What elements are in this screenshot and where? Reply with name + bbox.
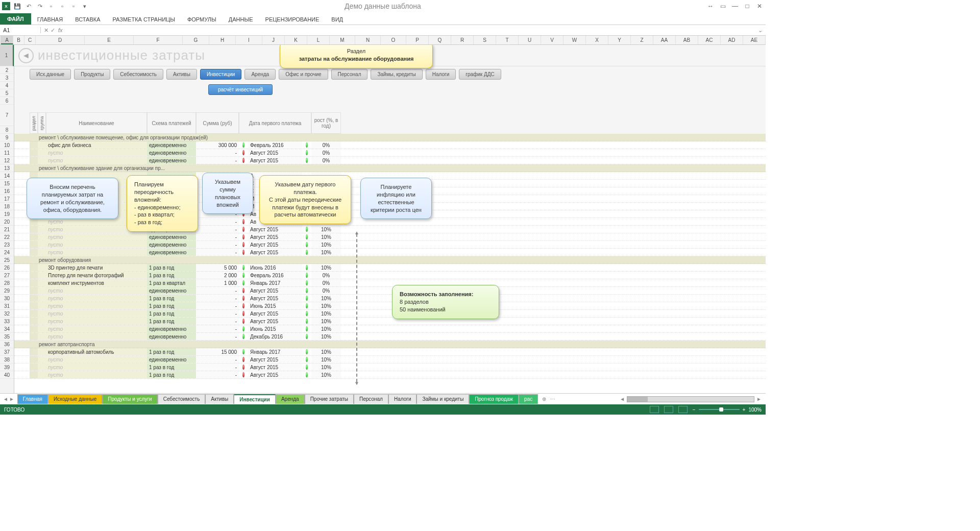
row-header[interactable]: 29 (0, 287, 14, 295)
nav-button[interactable]: Налоги (426, 69, 456, 80)
ribbon-tab[interactable]: ГЛАВНАЯ (31, 14, 69, 25)
row-header[interactable]: 18 (0, 203, 14, 210)
col-header[interactable]: D (36, 36, 85, 44)
table-row[interactable]: пусто 1 раз в год - Июнь 2015 10% (14, 302, 766, 310)
table-row[interactable]: пусто 1 раз в год - Август 2015 10% (14, 295, 766, 302)
col-header[interactable]: I (236, 36, 262, 44)
expand-formula-icon[interactable]: ⌄ (755, 27, 766, 34)
col-header[interactable]: U (519, 36, 541, 44)
ribbon-toggle-icon[interactable]: ▭ (719, 2, 727, 10)
subnav-button[interactable]: расчёт инвестиций (208, 84, 273, 95)
row-header[interactable]: 27 (0, 272, 14, 279)
new-icon[interactable]: ▫ (47, 2, 55, 10)
sheet-tab[interactable]: Продукты и услуги (102, 394, 157, 404)
row-header[interactable]: 25 (0, 256, 14, 264)
row-header[interactable]: 15 (0, 180, 14, 187)
col-header[interactable]: K (285, 36, 307, 44)
col-header[interactable]: R (451, 36, 474, 44)
nav-button[interactable]: Инвестиции (200, 69, 242, 80)
sheet-tab[interactable]: Прочие затраты (305, 394, 354, 404)
sheet-tab[interactable]: Займы и кредиты (416, 394, 469, 404)
cancel-icon[interactable]: ✕ (44, 27, 48, 34)
ribbon-tab[interactable]: РЕЦЕНЗИРОВАНИЕ (259, 14, 326, 25)
redo-icon[interactable]: ↷ (36, 2, 44, 10)
table-row[interactable]: пусто единовременно - Август 2015 10% (14, 356, 766, 364)
row-header[interactable]: 38 (0, 356, 14, 364)
col-header[interactable]: AA (653, 36, 676, 44)
sheet-tab[interactable]: Исходные данные (48, 394, 103, 404)
row-header[interactable]: 31 (0, 302, 14, 310)
col-header[interactable]: Y (608, 36, 631, 44)
close-icon[interactable]: ✕ (755, 2, 764, 10)
fx-label[interactable]: fx (58, 27, 66, 33)
row-header[interactable]: 17 (0, 195, 14, 203)
col-header[interactable]: AB (676, 36, 698, 44)
nav-button[interactable]: Активы (166, 69, 197, 80)
sheet-tab[interactable]: Налоги (388, 394, 417, 404)
row-header[interactable]: 26 (0, 264, 14, 272)
table-row[interactable]: пусто 1 раз в год - Август 2015 10% (14, 364, 766, 371)
table-row[interactable]: пусто 1 раз в год - Август 2015 10% (14, 310, 766, 318)
row-header[interactable]: 35 (0, 333, 14, 341)
save-icon[interactable]: 💾 (13, 2, 21, 10)
col-header[interactable]: G (183, 36, 209, 44)
col-header[interactable]: P (406, 36, 429, 44)
row-header[interactable]: 20 (0, 218, 14, 226)
row-header[interactable]: 33 (0, 318, 14, 325)
print-icon[interactable]: ▫ (69, 2, 78, 10)
ribbon-tab[interactable]: ДАННЫЕ (223, 14, 259, 25)
nav-button[interactable]: график ДДС (459, 69, 501, 80)
zoom-out-icon[interactable]: − (693, 407, 696, 413)
row-header[interactable]: 23 (0, 241, 14, 249)
row-header[interactable]: 24 (0, 249, 14, 256)
sheet-tab[interactable]: Прогноз продаж (469, 394, 519, 404)
col-header[interactable]: E (85, 36, 134, 44)
row-header[interactable]: 7 (0, 105, 14, 126)
name-box[interactable]: A1 (0, 27, 41, 33)
table-row[interactable]: пусто единовременно - Декабрь 2016 10% (14, 333, 766, 341)
col-header[interactable]: A (1, 36, 13, 44)
sheet-tab[interactable]: Главная (17, 394, 48, 404)
table-row[interactable]: пусто единовременно - Август 2015 10% (14, 241, 766, 249)
row-header[interactable]: 14 (0, 172, 14, 180)
row-header[interactable]: 21 (0, 226, 14, 233)
row-header[interactable]: 1 (0, 45, 14, 66)
col-header[interactable]: J (262, 36, 285, 44)
col-header[interactable]: S (474, 36, 496, 44)
maximize-icon[interactable]: □ (743, 2, 751, 10)
row-header[interactable]: 11 (0, 149, 14, 157)
row-header[interactable]: 16 (0, 187, 14, 195)
hscroll-left-icon[interactable]: ◄ (618, 396, 627, 402)
row-header[interactable]: 19 (0, 210, 14, 218)
sheet-nav-next-icon[interactable]: ► (9, 396, 14, 402)
sheet-tab[interactable]: Персонал (354, 394, 388, 404)
col-header[interactable]: X (586, 36, 608, 44)
col-header[interactable]: Q (429, 36, 451, 44)
zoom-slider[interactable] (699, 409, 740, 410)
row-header[interactable]: 28 (0, 279, 14, 287)
row-header[interactable]: 39 (0, 364, 14, 371)
col-header[interactable]: AC (698, 36, 721, 44)
row-header[interactable]: 36 (0, 341, 14, 348)
col-header[interactable]: W (564, 36, 586, 44)
table-row[interactable]: Плотер для печати фотографий 1 раз в год… (14, 272, 766, 279)
ribbon-tab[interactable]: ВСТАВКА (69, 14, 106, 25)
ribbon-tab[interactable]: ВИД (325, 14, 349, 25)
col-header[interactable]: Z (631, 36, 653, 44)
col-header[interactable]: V (541, 36, 564, 44)
tab-file[interactable]: ФАЙЛ (0, 13, 31, 25)
qat-dropdown-icon[interactable]: ▾ (81, 2, 89, 10)
sheet-tab[interactable]: Инвестиции (234, 394, 276, 404)
row-header[interactable]: 40 (0, 371, 14, 379)
nav-button[interactable]: Персонал (331, 69, 368, 80)
table-row[interactable]: пусто 1 раз в год - Август 2015 10% (14, 371, 766, 379)
col-header[interactable]: C (24, 36, 36, 44)
table-row[interactable]: пусто единовременно - Август 2015 10% (14, 233, 766, 241)
view-normal-icon[interactable] (650, 406, 659, 413)
col-header[interactable]: O (381, 36, 406, 44)
view-break-icon[interactable] (678, 406, 688, 413)
col-header[interactable]: L (307, 36, 330, 44)
nav-button[interactable]: Себестоимость (113, 69, 163, 80)
worksheet[interactable]: ◄ инвестиционные затраты Исх.данныеПроду… (14, 45, 766, 393)
enter-icon[interactable]: ✓ (51, 27, 55, 34)
